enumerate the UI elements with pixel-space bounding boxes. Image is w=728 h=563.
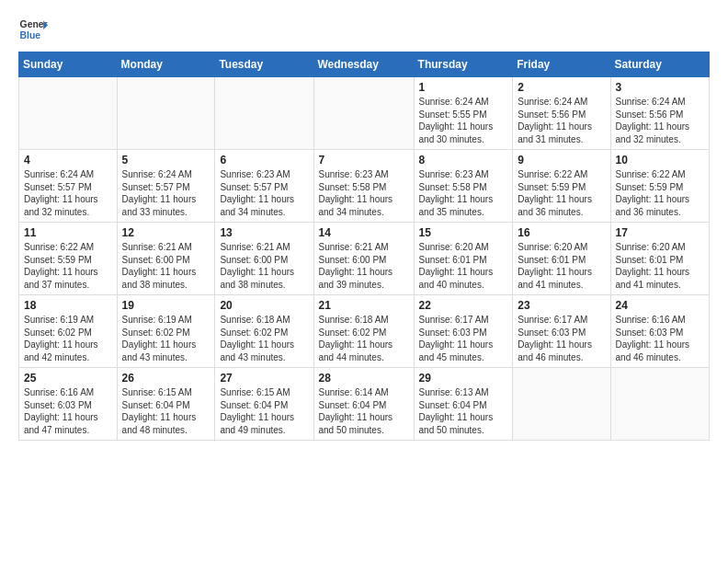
day-number: 17 [616,226,705,239]
day-info: Sunrise: 6:19 AM Sunset: 6:02 PM Dayligh… [122,314,211,363]
day-info: Sunrise: 6:17 AM Sunset: 6:03 PM Dayligh… [419,314,509,363]
day-cell: 11Sunrise: 6:22 AM Sunset: 5:59 PM Dayli… [19,223,118,295]
day-number: 27 [220,372,309,385]
day-number: 13 [220,226,309,239]
logo-icon: General Blue [18,15,48,44]
header: General Blue [18,15,710,44]
day-info: Sunrise: 6:22 AM Sunset: 5:59 PM Dayligh… [24,241,113,291]
day-number: 1 [419,81,509,94]
week-row-1: 1Sunrise: 6:24 AM Sunset: 5:55 PM Daylig… [19,77,710,150]
day-info: Sunrise: 6:24 AM Sunset: 5:57 PM Dayligh… [24,168,113,218]
day-number: 9 [518,154,606,167]
day-info: Sunrise: 6:17 AM Sunset: 6:03 PM Dayligh… [518,314,606,363]
weekday-monday: Monday [117,52,215,77]
day-number: 26 [122,372,211,385]
week-row-5: 25Sunrise: 6:16 AM Sunset: 6:03 PM Dayli… [19,368,710,441]
day-cell: 7Sunrise: 6:23 AM Sunset: 5:58 PM Daylig… [313,150,414,223]
day-number: 11 [24,226,113,239]
day-info: Sunrise: 6:18 AM Sunset: 6:02 PM Dayligh… [319,314,410,363]
day-number: 20 [220,299,309,312]
day-number: 2 [518,81,606,94]
day-number: 19 [122,299,211,312]
day-cell: 2Sunrise: 6:24 AM Sunset: 5:56 PM Daylig… [513,77,610,150]
day-number: 3 [616,81,705,94]
day-cell: 22Sunrise: 6:17 AM Sunset: 6:03 PM Dayli… [414,295,513,368]
svg-text:Blue: Blue [20,30,41,40]
day-cell [313,77,414,150]
day-number: 8 [419,154,509,167]
day-number: 21 [319,299,410,312]
day-cell: 13Sunrise: 6:21 AM Sunset: 6:00 PM Dayli… [215,223,313,295]
day-number: 25 [24,372,113,385]
day-number: 10 [616,154,705,167]
day-number: 4 [24,154,113,167]
week-row-4: 18Sunrise: 6:19 AM Sunset: 6:02 PM Dayli… [19,295,710,368]
day-cell: 18Sunrise: 6:19 AM Sunset: 6:02 PM Dayli… [19,295,118,368]
day-cell: 12Sunrise: 6:21 AM Sunset: 6:00 PM Dayli… [117,223,215,295]
day-cell: 9Sunrise: 6:22 AM Sunset: 5:59 PM Daylig… [513,150,610,223]
day-number: 7 [319,154,410,167]
day-info: Sunrise: 6:21 AM Sunset: 6:00 PM Dayligh… [122,241,211,291]
day-info: Sunrise: 6:24 AM Sunset: 5:56 PM Dayligh… [616,96,705,145]
day-cell: 26Sunrise: 6:15 AM Sunset: 6:04 PM Dayli… [117,368,215,441]
day-cell: 20Sunrise: 6:18 AM Sunset: 6:02 PM Dayli… [215,295,313,368]
day-number: 22 [419,299,509,312]
day-info: Sunrise: 6:16 AM Sunset: 6:03 PM Dayligh… [24,386,113,436]
day-cell [610,368,709,441]
day-cell: 6Sunrise: 6:23 AM Sunset: 5:57 PM Daylig… [215,150,313,223]
day-number: 29 [419,372,509,385]
weekday-thursday: Thursday [414,52,513,77]
day-cell [215,77,313,150]
day-number: 12 [122,226,211,239]
day-info: Sunrise: 6:20 AM Sunset: 6:01 PM Dayligh… [616,241,705,291]
day-cell [117,77,215,150]
day-info: Sunrise: 6:20 AM Sunset: 6:01 PM Dayligh… [518,241,606,291]
day-cell: 8Sunrise: 6:23 AM Sunset: 5:58 PM Daylig… [414,150,513,223]
day-cell: 24Sunrise: 6:16 AM Sunset: 6:03 PM Dayli… [610,295,709,368]
day-cell: 15Sunrise: 6:20 AM Sunset: 6:01 PM Dayli… [414,223,513,295]
weekday-wednesday: Wednesday [313,52,414,77]
day-info: Sunrise: 6:22 AM Sunset: 5:59 PM Dayligh… [518,168,606,218]
calendar: SundayMondayTuesdayWednesdayThursdayFrid… [18,52,710,441]
day-number: 15 [419,226,509,239]
logo: General Blue [18,15,48,44]
day-cell: 17Sunrise: 6:20 AM Sunset: 6:01 PM Dayli… [610,223,709,295]
day-number: 5 [122,154,211,167]
day-info: Sunrise: 6:23 AM Sunset: 5:57 PM Dayligh… [220,168,309,218]
day-info: Sunrise: 6:22 AM Sunset: 5:59 PM Dayligh… [616,168,705,218]
weekday-saturday: Saturday [610,52,709,77]
day-cell: 10Sunrise: 6:22 AM Sunset: 5:59 PM Dayli… [610,150,709,223]
weekday-header-row: SundayMondayTuesdayWednesdayThursdayFrid… [19,52,710,77]
day-cell: 28Sunrise: 6:14 AM Sunset: 6:04 PM Dayli… [313,368,414,441]
day-info: Sunrise: 6:21 AM Sunset: 6:00 PM Dayligh… [319,241,410,291]
weekday-sunday: Sunday [19,52,118,77]
day-info: Sunrise: 6:24 AM Sunset: 5:56 PM Dayligh… [518,96,606,145]
day-info: Sunrise: 6:14 AM Sunset: 6:04 PM Dayligh… [319,386,410,436]
day-info: Sunrise: 6:20 AM Sunset: 6:01 PM Dayligh… [419,241,509,291]
day-cell: 5Sunrise: 6:24 AM Sunset: 5:57 PM Daylig… [117,150,215,223]
week-row-2: 4Sunrise: 6:24 AM Sunset: 5:57 PM Daylig… [19,150,710,223]
day-cell: 29Sunrise: 6:13 AM Sunset: 6:04 PM Dayli… [414,368,513,441]
day-info: Sunrise: 6:15 AM Sunset: 6:04 PM Dayligh… [122,386,211,436]
day-info: Sunrise: 6:24 AM Sunset: 5:55 PM Dayligh… [419,96,509,145]
page: General Blue SundayMondayTuesdayWednesda… [0,0,728,450]
day-info: Sunrise: 6:15 AM Sunset: 6:04 PM Dayligh… [220,386,309,436]
day-cell: 27Sunrise: 6:15 AM Sunset: 6:04 PM Dayli… [215,368,313,441]
day-cell [19,77,118,150]
day-info: Sunrise: 6:13 AM Sunset: 6:04 PM Dayligh… [419,386,509,436]
day-cell: 1Sunrise: 6:24 AM Sunset: 5:55 PM Daylig… [414,77,513,150]
weekday-tuesday: Tuesday [215,52,313,77]
day-info: Sunrise: 6:16 AM Sunset: 6:03 PM Dayligh… [616,314,705,363]
day-number: 18 [24,299,113,312]
day-info: Sunrise: 6:21 AM Sunset: 6:00 PM Dayligh… [220,241,309,291]
day-cell: 21Sunrise: 6:18 AM Sunset: 6:02 PM Dayli… [313,295,414,368]
day-info: Sunrise: 6:19 AM Sunset: 6:02 PM Dayligh… [24,314,113,363]
day-info: Sunrise: 6:23 AM Sunset: 5:58 PM Dayligh… [319,168,410,218]
day-cell: 14Sunrise: 6:21 AM Sunset: 6:00 PM Dayli… [313,223,414,295]
day-cell: 25Sunrise: 6:16 AM Sunset: 6:03 PM Dayli… [19,368,118,441]
day-cell: 19Sunrise: 6:19 AM Sunset: 6:02 PM Dayli… [117,295,215,368]
weekday-friday: Friday [513,52,610,77]
day-number: 14 [319,226,410,239]
day-number: 23 [518,299,606,312]
day-number: 24 [616,299,705,312]
